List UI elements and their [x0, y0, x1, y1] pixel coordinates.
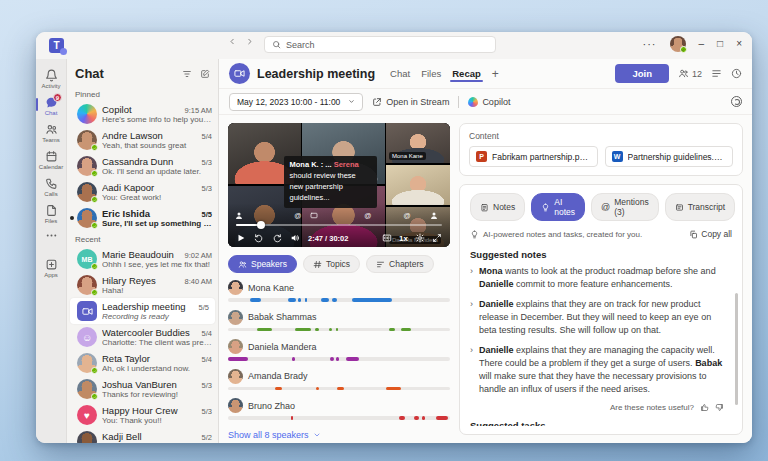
playback-speed[interactable]: 1x [399, 234, 408, 243]
avatar [77, 301, 97, 321]
chat-list-item[interactable]: Kadji Bell5/2You: I like the idea, let's… [67, 428, 218, 443]
speaker-row[interactable]: Daniela Mandera [228, 339, 450, 361]
user-avatar[interactable] [670, 36, 686, 52]
rail-item-activity[interactable]: Activity [36, 65, 66, 92]
thumbs-up-icon[interactable] [700, 403, 709, 412]
tab-label: Mentions (3) [614, 197, 649, 217]
pill-label: Topics [326, 259, 350, 269]
new-chat-icon[interactable] [200, 69, 210, 79]
chat-list-item[interactable]: Joshua VanBuren5/3Thanks for reviewing! [67, 376, 218, 402]
speaker-row[interactable]: Mona Kane [228, 280, 450, 302]
tab-chat[interactable]: Chat [390, 60, 410, 87]
rail-item-chat[interactable]: 9Chat [36, 92, 66, 119]
file-chip-pptx[interactable]: PFabrikam partnership.pptx [469, 146, 598, 167]
minimize-button[interactable]: – [699, 39, 705, 49]
tab-notes[interactable]: Notes [470, 193, 525, 221]
speaker-timeline[interactable] [228, 328, 450, 332]
video-player[interactable]: Mona KaneDaniela Mandera Mona K. : ... S… [228, 123, 450, 247]
copilot-panel-icon[interactable] [731, 96, 742, 107]
mention-marker-icon[interactable]: @ [364, 211, 371, 221]
speaker-segment [295, 328, 312, 332]
chat-list-item[interactable]: Copilot9:15 AMHere's some info to help y… [67, 101, 218, 127]
speaker-row[interactable]: Babak Shammas [228, 310, 450, 332]
frame-marker-icon[interactable] [310, 211, 319, 223]
mention-marker-icon[interactable]: @ [403, 211, 410, 221]
rail-item-teams[interactable]: Teams [36, 119, 66, 146]
show-all-speakers-link[interactable]: Show all 8 speakers [228, 430, 450, 440]
tab-files[interactable]: Files [421, 60, 441, 87]
speaker-timeline[interactable] [228, 357, 450, 361]
rewind-10-icon[interactable] [254, 233, 264, 243]
filter-icon[interactable] [182, 69, 192, 79]
chevron-right-icon[interactable]: › [470, 344, 473, 396]
rail-item-label: Calendar [39, 164, 63, 170]
copy-all-button[interactable]: Copy all [689, 229, 732, 239]
thumbs-down-icon[interactable] [715, 403, 724, 412]
chat-list-item[interactable]: Eric Ishida5/5Sure, I'll set up somethin… [67, 205, 218, 231]
captions-icon[interactable] [382, 233, 392, 243]
back-icon[interactable] [228, 37, 237, 46]
speaker-row[interactable]: Amanda Brady [228, 369, 450, 391]
pill-topics[interactable]: Topics [303, 255, 360, 273]
tab-mentions-3-[interactable]: @Mentions (3) [591, 193, 659, 221]
video-tile-name: Mona Kane [389, 152, 426, 160]
speaker-timeline[interactable] [228, 387, 450, 391]
participants-count[interactable]: 12 [678, 68, 702, 79]
speaker-timeline[interactable] [228, 416, 450, 420]
rail-item-calendar[interactable]: Calendar [36, 146, 66, 173]
chat-list-item[interactable]: MBMarie Beaudouin9:02 AMOhhh I see, yes … [67, 246, 218, 272]
speaker-row[interactable]: Bruno Zhao [228, 398, 450, 420]
rail-item-apps[interactable]: Apps [36, 254, 66, 281]
file-chip-docx[interactable]: WPartnership guidelines.docx [605, 146, 734, 167]
date-range-select[interactable]: May 12, 2023 10:00 - 11:00 [229, 93, 363, 111]
pill-chapters[interactable]: Chapters [366, 255, 434, 273]
chevron-right-icon[interactable]: › [470, 298, 473, 337]
chat-list-item[interactable]: Andre Lawson5/4Yeah, that sounds great [67, 127, 218, 153]
chevron-right-icon[interactable]: › [470, 265, 473, 291]
chat-list-item[interactable]: Leadership meeting5/5Recording is ready [70, 298, 215, 324]
scrollbar[interactable] [735, 293, 738, 405]
more-options-icon[interactable]: ··· [643, 38, 657, 50]
search-input[interactable]: Search [264, 36, 496, 53]
settings-gear-icon[interactable] [415, 233, 425, 243]
forward-icon[interactable] [245, 37, 254, 46]
person-marker-icon[interactable] [235, 211, 244, 223]
clock-icon[interactable] [731, 68, 742, 79]
chat-list-item[interactable]: Cassandra Dunn5/3Ok. I'll send an update… [67, 153, 218, 179]
tab-ai-notes[interactable]: AI notes [531, 193, 585, 221]
volume-icon[interactable] [290, 233, 300, 243]
mention-marker-icon[interactable]: @ [294, 211, 301, 221]
copilot-button[interactable]: Copilot [468, 97, 510, 107]
tab-transcript[interactable]: Transcript [665, 193, 735, 221]
notes-scroll-area[interactable]: Suggested notes ›Mona wants to look at t… [470, 241, 732, 426]
open-in-stream-button[interactable]: Open in Stream [372, 97, 449, 107]
chat-list-item[interactable]: ♥Happy Hour Crew5/3You: Thank you!! [67, 402, 218, 428]
join-button[interactable]: Join [615, 64, 669, 83]
speaker-timeline[interactable] [228, 298, 450, 302]
roster-list-icon[interactable] [711, 68, 722, 79]
close-button[interactable]: × [736, 39, 742, 49]
rail-item-more[interactable] [36, 227, 66, 244]
fullscreen-icon[interactable] [432, 233, 442, 243]
chat-list-item[interactable]: ☺Watercooler Buddies5/4Charlotte: The cl… [67, 324, 218, 350]
add-tab-button[interactable]: + [492, 67, 499, 81]
transcript-icon [675, 203, 684, 212]
maximize-button[interactable]: □ [717, 39, 723, 49]
chat-item-time: 5/5 [202, 210, 212, 219]
chat-list-item[interactable]: Aadi Kapoor5/3You: Great work! [67, 179, 218, 205]
play-icon[interactable] [236, 233, 246, 243]
speaker-segment [389, 328, 395, 332]
person-marker-icon[interactable] [429, 211, 438, 223]
forward-10-icon[interactable] [272, 233, 282, 243]
timeline-scrubber[interactable] [257, 221, 265, 229]
pill-speakers[interactable]: Speakers [228, 255, 297, 273]
player-timeline[interactable] [236, 224, 442, 227]
chat-list-item[interactable]: Reta Taylor5/4Ah, ok I understand now. [67, 350, 218, 376]
chat-list-item[interactable]: Hilary Reyes8:40 AMHaha! [67, 272, 218, 298]
rail-item-calls[interactable]: Calls [36, 173, 66, 200]
rail-item-files[interactable]: Files [36, 200, 66, 227]
speaker-segment [352, 298, 392, 302]
tab-recap[interactable]: Recap [452, 60, 481, 87]
presence-badge [91, 196, 98, 203]
rail-item-label: Chat [45, 110, 58, 116]
